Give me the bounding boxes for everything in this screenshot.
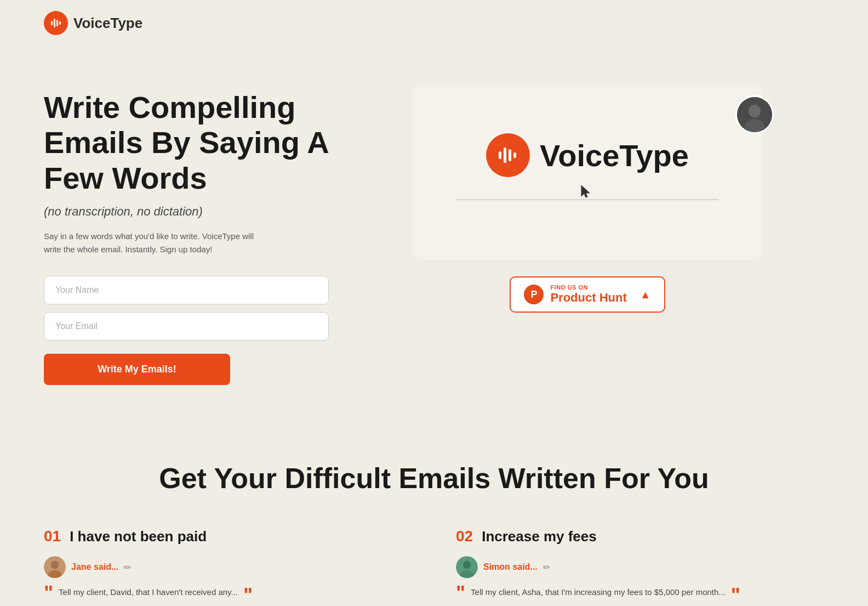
svg-rect-2: [54, 19, 55, 27]
bottom-title: Get Your Difficult Emails Written For Yo…: [44, 462, 824, 495]
quote-content-2: Tell my client, Asha, that I'm increasin…: [471, 586, 726, 599]
open-quote-2: ": [456, 584, 465, 603]
close-quote-2: ": [731, 586, 740, 605]
svg-point-0: [44, 11, 68, 35]
example-user-1: Jane said... ✏: [44, 556, 412, 578]
svg-point-14: [51, 561, 59, 569]
svg-rect-7: [504, 148, 506, 163]
email-input[interactable]: [44, 312, 329, 341]
svg-rect-9: [513, 152, 516, 158]
voicetype-logo-icon: [44, 11, 68, 35]
bottom-section: Get Your Difficult Emails Written For Yo…: [0, 429, 868, 606]
svg-point-5: [486, 133, 530, 177]
user-name-jane: Jane said...: [71, 562, 118, 572]
example-number-2: 02: [456, 528, 473, 545]
open-quote-1: ": [44, 584, 53, 603]
svg-rect-6: [499, 151, 501, 159]
logo-text: VoiceType: [73, 15, 142, 32]
preview-logo: VoiceType: [486, 133, 689, 177]
quote-2: " Tell my client, Asha, that I'm increas…: [456, 586, 824, 603]
svg-point-17: [463, 561, 471, 569]
hero-title: Write Compelling Emails By Saying A Few …: [44, 90, 329, 196]
edit-icon-jane: ✏: [124, 562, 131, 573]
example-title-2: Increase my fees: [482, 528, 597, 545]
example-item-2: 02 Increase my fees Simon said... ✏ " Te…: [456, 528, 824, 606]
close-quote-1: ": [243, 586, 253, 605]
product-hunt-logo: P: [524, 285, 544, 304]
navbar: VoiceType: [0, 0, 868, 46]
hero-subtitle: (no transcription, no dictation): [44, 205, 329, 219]
edit-icon-simon: ✏: [543, 562, 550, 573]
avatar-face: [737, 97, 772, 132]
example-number-1: 01: [44, 528, 61, 545]
name-input[interactable]: [44, 276, 329, 304]
svg-rect-3: [56, 20, 58, 26]
product-hunt-find-us: FIND US ON: [550, 284, 626, 291]
example-item-1: 01 I have not been paid Jane said... ✏ "…: [44, 528, 412, 606]
cta-button[interactable]: Write My Emails!: [44, 354, 230, 385]
preview-logo-icon: [486, 133, 530, 177]
user-avatar-jane: [44, 556, 66, 578]
product-hunt-text: FIND US ON Product Hunt: [550, 284, 626, 305]
example-header-2: 02 Increase my fees: [456, 528, 824, 545]
svg-rect-4: [59, 21, 61, 25]
hero-section: Write Compelling Emails By Saying A Few …: [0, 46, 868, 429]
product-hunt-badge[interactable]: P FIND US ON Product Hunt ▲: [510, 276, 665, 313]
svg-rect-8: [509, 149, 511, 161]
user-name-simon: Simon said...: [483, 562, 538, 572]
quote-content-1: Tell my client, David, that I haven't re…: [59, 586, 238, 599]
hero-left: Write Compelling Emails By Saying A Few …: [44, 79, 329, 385]
example-user-2: Simon said... ✏: [456, 556, 824, 578]
signup-form: [44, 276, 329, 341]
svg-point-11: [749, 105, 761, 118]
logo[interactable]: VoiceType: [44, 11, 142, 35]
example-title-1: I have not been paid: [70, 528, 207, 545]
preview-logo-text: VoiceType: [540, 138, 689, 173]
examples-grid: 01 I have not been paid Jane said... ✏ "…: [44, 528, 824, 606]
preview-card: VoiceType: [412, 84, 763, 260]
product-hunt-name: Product Hunt: [550, 291, 626, 305]
product-hunt-arrow-icon: ▲: [640, 288, 651, 301]
cursor-indicator: [580, 184, 591, 200]
hero-description: Say in a few words what you'd like to wr…: [44, 230, 263, 256]
avatar: [735, 95, 774, 134]
hero-right: VoiceType P: [351, 79, 824, 313]
user-avatar-simon: [456, 556, 478, 578]
quote-1: " Tell my client, David, that I haven't …: [44, 586, 412, 603]
svg-rect-1: [51, 21, 53, 25]
example-header-1: 01 I have not been paid: [44, 528, 412, 545]
